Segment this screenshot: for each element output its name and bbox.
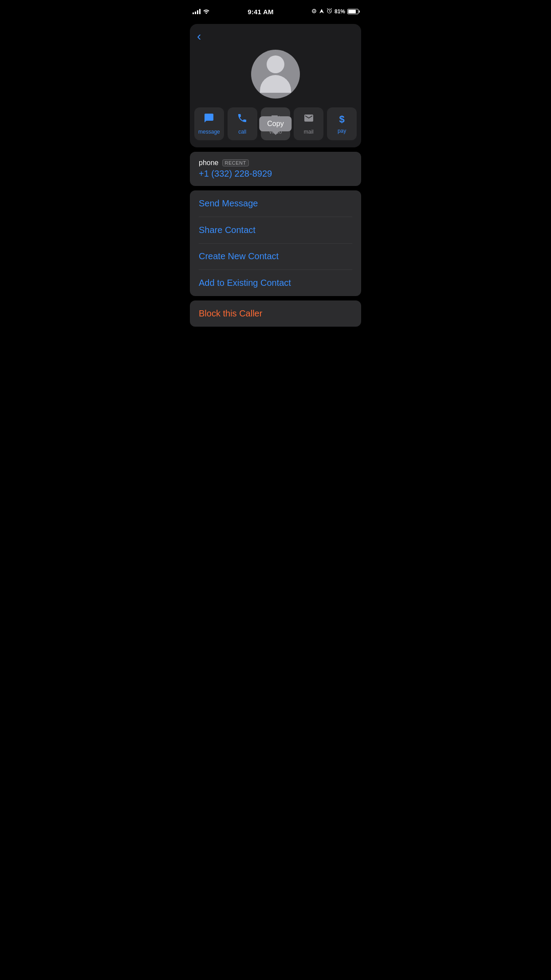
- signal-bar-2: [195, 12, 196, 14]
- block-section: Block this Caller: [190, 300, 361, 327]
- call-icon: [237, 113, 248, 126]
- avatar-section: [190, 45, 361, 107]
- phone-label-row: phone RECENT: [199, 159, 352, 167]
- mail-label: mail: [304, 129, 314, 135]
- create-new-contact-label: Create New Contact: [199, 251, 279, 261]
- signal-bar-3: [197, 10, 198, 14]
- status-time: 9:41 AM: [248, 8, 273, 16]
- svg-point-1: [313, 10, 315, 12]
- mail-button[interactable]: mail: [294, 107, 323, 140]
- message-button[interactable]: message: [194, 107, 224, 140]
- contact-card: ‹ message: [190, 24, 361, 147]
- svg-line-6: [327, 8, 328, 9]
- copy-tooltip: Copy: [259, 116, 291, 131]
- location-icon: [311, 8, 317, 15]
- block-caller-button[interactable]: Block this Caller: [190, 300, 361, 327]
- pay-button[interactable]: $ pay: [327, 107, 357, 140]
- signal-bar-4: [199, 9, 201, 14]
- back-button[interactable]: ‹: [197, 28, 201, 45]
- alarm-icon: [327, 8, 332, 15]
- person-silhouette-icon: [260, 55, 291, 93]
- location-arrow-icon: [319, 8, 324, 15]
- svg-line-7: [331, 8, 332, 9]
- share-contact-button[interactable]: Share Contact: [190, 217, 361, 243]
- call-label: call: [238, 129, 246, 135]
- svg-marker-2: [319, 9, 324, 13]
- pay-label: pay: [338, 128, 346, 134]
- message-label: message: [198, 129, 220, 135]
- block-caller-label: Block this Caller: [199, 308, 262, 318]
- action-buttons-row: message call video Copy: [190, 107, 361, 147]
- video-button[interactable]: video Copy: [261, 107, 291, 140]
- phone-label: phone: [199, 159, 219, 167]
- phone-number[interactable]: +1 (332) 228-8929: [199, 169, 352, 179]
- signal-bar-1: [193, 12, 194, 14]
- create-new-contact-button[interactable]: Create New Contact: [190, 243, 361, 269]
- pay-icon: $: [339, 114, 344, 125]
- wifi-icon: [203, 8, 210, 15]
- status-left: [193, 8, 210, 15]
- send-message-label: Send Message: [199, 198, 258, 208]
- signal-bars-icon: [193, 9, 201, 14]
- copy-tooltip-text: Copy: [267, 120, 283, 127]
- battery-icon: [347, 9, 358, 14]
- recent-badge: RECENT: [222, 159, 249, 166]
- mail-icon: [303, 113, 314, 126]
- share-contact-label: Share Contact: [199, 225, 256, 235]
- status-bar: 9:41 AM 81%: [184, 0, 367, 20]
- back-area: ‹: [190, 24, 361, 45]
- avatar-body: [260, 75, 291, 93]
- status-right: 81%: [311, 8, 358, 15]
- add-existing-contact-button[interactable]: Add to Existing Contact: [190, 270, 361, 296]
- message-icon: [204, 113, 214, 126]
- back-chevron-icon: ‹: [197, 29, 201, 43]
- call-button[interactable]: call: [228, 107, 257, 140]
- battery-fill: [348, 10, 356, 13]
- phone-section: phone RECENT +1 (332) 228-8929: [190, 152, 361, 186]
- add-existing-contact-label: Add to Existing Contact: [199, 278, 291, 288]
- send-message-button[interactable]: Send Message: [190, 190, 361, 217]
- menu-section: Send Message Share Contact Create New Co…: [190, 190, 361, 296]
- battery-percentage: 81%: [335, 8, 345, 15]
- avatar-head: [267, 55, 284, 73]
- avatar: [251, 50, 300, 99]
